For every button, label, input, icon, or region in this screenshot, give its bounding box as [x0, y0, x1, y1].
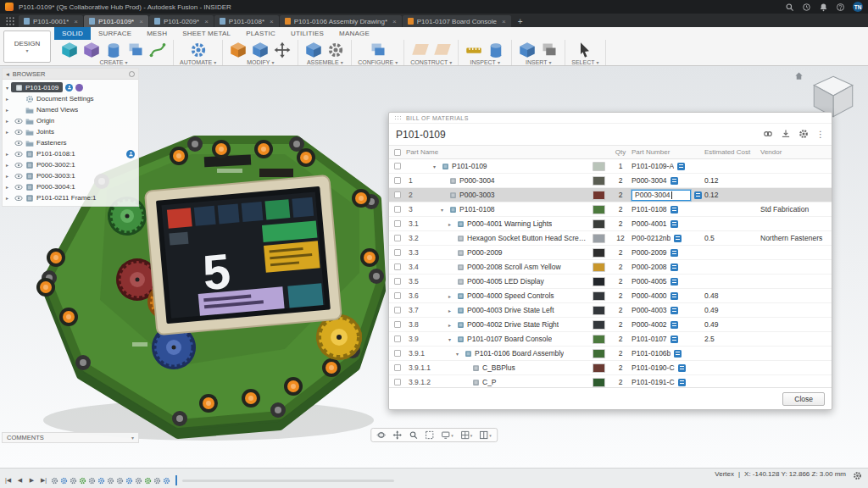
workspace-switcher[interactable]: DESIGN ▾ — [3, 30, 51, 63]
part-number-cell[interactable]: P101-0191-C — [632, 378, 704, 386]
row-checkbox[interactable] — [394, 191, 401, 198]
col-part-number[interactable]: Part Number — [632, 148, 704, 156]
tab-close-icon[interactable]: × — [392, 18, 397, 25]
document-tab[interactable]: P101-0209*× — [149, 15, 214, 27]
bom-dialog-titlebar[interactable]: BILL OF MATERIALS — [389, 113, 832, 124]
expand-caret-icon[interactable]: ▸ — [6, 107, 12, 113]
ribbon-tab-sheet-metal[interactable]: SHEET METAL — [175, 27, 238, 40]
row-checkbox[interactable] — [394, 292, 401, 299]
row-checkbox[interactable] — [394, 321, 401, 328]
part-number-cell[interactable]: P101-0109-A — [632, 162, 704, 170]
close-button[interactable]: Close — [782, 392, 825, 406]
row-checkbox[interactable] — [394, 263, 401, 270]
bom-row[interactable]: 3.4P000-2008 Scroll Asm Yellow2P000-2008 — [389, 260, 832, 274]
bom-row[interactable]: 1P000-30042P000-30040.12 — [389, 174, 832, 188]
expand-caret-icon[interactable]: ▸ — [6, 195, 12, 201]
visibility-eye-icon[interactable] — [14, 128, 23, 136]
visibility-eye-icon[interactable] — [14, 117, 23, 125]
ribbon-group-label[interactable]: CONFIGURE▾ — [358, 59, 398, 65]
browser-item[interactable]: ▸P101-0108:1 — [3, 148, 138, 159]
bom-row[interactable]: 3.1▸P000-4001 Warning Lights2P000-4001 — [389, 217, 832, 231]
bom-row[interactable]: 3.9▾P101-0107 Board Console2P101-01072.5 — [389, 332, 832, 347]
construct-axis-icon[interactable] — [433, 41, 452, 59]
part-number-cell[interactable]: P000-4000 — [632, 291, 704, 300]
help-icon[interactable] — [836, 3, 845, 12]
ribbon-group-label[interactable]: MODIFY▾ — [247, 59, 274, 65]
ribbon-group-label[interactable]: AUTOMATE▾ — [180, 59, 216, 65]
bom-row[interactable]: 3.8▸P000-4002 Drive State Right2P000-400… — [389, 318, 832, 332]
browser-item[interactable]: ▸P000-3002:1 — [3, 159, 138, 170]
new-solid-icon[interactable] — [60, 41, 79, 59]
timeline-feature-icon[interactable] — [79, 477, 86, 485]
timeline-feature-icon[interactable] — [97, 477, 105, 485]
expand-caret-icon[interactable]: ▸ — [6, 118, 12, 124]
row-checkbox[interactable] — [394, 336, 401, 342]
ribbon-group-label[interactable]: INSPECT▾ — [470, 59, 500, 65]
timeline-feature-icon[interactable] — [125, 477, 133, 485]
browser-item[interactable]: ▸P000-3003:1 — [3, 170, 138, 181]
timeline-feature-icon[interactable] — [51, 477, 58, 485]
go-to-end-button[interactable]: ▶| — [39, 477, 48, 484]
select-all-checkbox[interactable] — [394, 149, 401, 156]
viewport-3d[interactable]: 5 ◂ BROWSER ▾ P101-0109 — [0, 66, 868, 468]
insert-derive-icon[interactable] — [518, 41, 537, 59]
pattern-icon[interactable] — [126, 41, 145, 59]
tab-close-icon[interactable]: × — [74, 18, 78, 25]
select-icon[interactable] — [576, 41, 594, 59]
timeline-feature-icon[interactable] — [116, 477, 124, 485]
browser-root-item[interactable]: ▾ P101-0109 — [3, 81, 138, 93]
ribbon-group-label[interactable]: CREATE▾ — [100, 59, 128, 65]
row-checkbox[interactable] — [394, 278, 401, 285]
ribbon-tab-manage[interactable]: MANAGE — [331, 27, 377, 40]
move-icon[interactable] — [273, 41, 292, 59]
expand-caret-icon[interactable]: ▾ — [448, 336, 454, 342]
expand-caret-icon[interactable]: ▸ — [6, 184, 12, 190]
row-checkbox[interactable] — [394, 307, 401, 313]
zoom-tool[interactable] — [409, 430, 418, 440]
row-checkbox[interactable] — [394, 177, 401, 184]
ribbon-group-label[interactable]: CONSTRUCT▾ — [410, 59, 452, 65]
row-checkbox[interactable] — [394, 364, 401, 371]
expand-caret-icon[interactable]: ▾ — [441, 207, 447, 213]
expand-caret-icon[interactable]: ▸ — [448, 293, 454, 299]
timeline-feature-icon[interactable] — [70, 477, 77, 485]
row-checkbox[interactable] — [394, 379, 401, 385]
document-tab[interactable]: P101-0001*× — [19, 15, 83, 27]
part-number-cell[interactable]: P000-4005 — [632, 277, 704, 286]
browser-item[interactable]: ▸Document Settings — [3, 93, 138, 104]
document-tab[interactable]: P101-0106 Assembly Drawing*× — [280, 15, 402, 27]
new-tab-button[interactable]: + — [512, 17, 529, 26]
visibility-eye-icon[interactable] — [14, 161, 23, 169]
bom-row[interactable]: 3.9.1▾P101-0106 Board Assembly2P101-0106… — [389, 347, 832, 361]
joint-icon[interactable] — [326, 41, 345, 59]
row-checkbox[interactable] — [394, 220, 401, 227]
browser-item[interactable]: ▸P101-0211 Frame:1 — [3, 192, 138, 203]
bom-row[interactable]: 3▾P101-01082P101-0108Std Fabrication — [389, 202, 832, 217]
bom-row[interactable]: 3.3P000-20092P000-2009 — [389, 246, 832, 260]
ribbon-tab-plastic[interactable]: PLASTIC — [238, 27, 283, 40]
timeline-feature-icon[interactable] — [135, 477, 142, 485]
document-tab[interactable]: P101-0107 Board Console× — [403, 15, 511, 27]
col-part-name[interactable]: Part Name — [406, 148, 587, 156]
browser-item[interactable]: ▸P000-3004:1 — [3, 181, 138, 192]
ribbon-tab-surface[interactable]: SURFACE — [91, 27, 139, 40]
collapse-panel-icon[interactable]: ◂ — [6, 70, 9, 78]
comments-panel[interactable]: COMMENTS ▾ — [2, 432, 139, 443]
ribbon-tab-mesh[interactable]: MESH — [139, 27, 175, 40]
col-estimated-cost[interactable]: Estimated Cost — [704, 148, 760, 156]
section-analysis-icon[interactable] — [487, 41, 505, 59]
expand-caret-icon[interactable]: ▸ — [6, 151, 12, 157]
part-number-cell[interactable]: P101-0107 — [632, 335, 704, 343]
form-icon[interactable] — [82, 41, 101, 59]
sketch-icon[interactable] — [148, 41, 167, 59]
automate-icon[interactable] — [189, 41, 208, 59]
expand-caret-icon[interactable]: ▸ — [6, 173, 12, 179]
visibility-eye-icon[interactable] — [14, 172, 23, 180]
settings-gear-icon[interactable] — [798, 129, 809, 141]
orbit-tool[interactable] — [376, 430, 386, 440]
pan-tool[interactable] — [392, 430, 402, 440]
timeline-feature-icon[interactable] — [60, 477, 68, 485]
visibility-eye-icon[interactable] — [14, 150, 23, 158]
job-status-icon[interactable] — [802, 3, 811, 12]
ribbon-group-label[interactable]: INSERT▾ — [526, 59, 552, 65]
